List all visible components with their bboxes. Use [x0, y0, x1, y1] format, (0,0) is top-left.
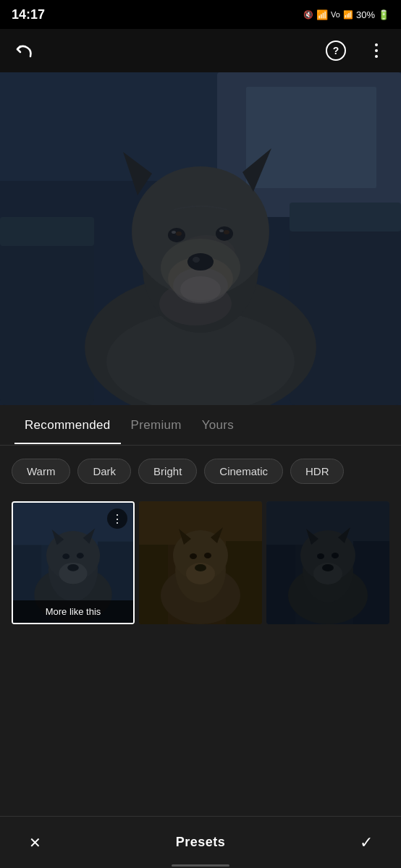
- main-photo: [0, 72, 401, 405]
- status-bar: 14:17 🔇 📶 Vo 📶 30% 🔋: [0, 0, 401, 29]
- bottom-panel: Recommended Premium Yours Warm Dark Brig…: [0, 405, 401, 868]
- chip-hdr[interactable]: HDR: [290, 459, 345, 484]
- help-icon: ?: [326, 41, 346, 61]
- preset-item-1[interactable]: ⋮ More like this: [12, 501, 135, 624]
- tab-premium[interactable]: Premium: [121, 407, 192, 444]
- tab-recommended[interactable]: Recommended: [14, 407, 121, 444]
- svg-rect-26: [0, 72, 401, 405]
- presets-grid: ⋮ More like this: [0, 497, 401, 629]
- tab-yours[interactable]: Yours: [192, 407, 244, 444]
- svg-rect-50: [139, 501, 262, 624]
- status-time: 14:17: [12, 7, 45, 22]
- scroll-indicator: [172, 864, 229, 867]
- more-like-this-label: More like this: [13, 600, 133, 623]
- top-toolbar: ?: [0, 29, 401, 72]
- battery-icon: 🔋: [378, 9, 389, 20]
- tabs-row: Recommended Premium Yours: [0, 405, 401, 446]
- chip-warm[interactable]: Warm: [12, 459, 70, 484]
- signal-bars-icon: 📶: [343, 10, 353, 20]
- cancel-button[interactable]: ✕: [20, 828, 49, 857]
- bottom-bar: ✕ Presets ✓: [0, 816, 401, 868]
- confirm-button[interactable]: ✓: [352, 828, 381, 857]
- status-icons: 🔇 📶 Vo 📶 30% 🔋: [303, 9, 389, 20]
- filter-chips: Warm Dark Bright Cinematic HDR: [0, 446, 401, 497]
- chip-dark[interactable]: Dark: [77, 459, 131, 484]
- chip-cinematic[interactable]: Cinematic: [204, 459, 283, 484]
- undo-button[interactable]: [12, 38, 38, 64]
- preset-item-2[interactable]: [139, 501, 262, 624]
- more-options-icon: [375, 43, 378, 58]
- help-button[interactable]: ?: [323, 38, 349, 64]
- preset-more-button[interactable]: ⋮: [107, 509, 127, 529]
- battery-text: 30%: [356, 9, 375, 20]
- more-options-button[interactable]: [363, 38, 389, 64]
- chip-bright[interactable]: Bright: [138, 459, 197, 484]
- wifi-icon: 📶: [316, 9, 328, 20]
- preset-item-3[interactable]: [266, 501, 389, 624]
- bottom-bar-title: Presets: [176, 835, 226, 850]
- signal-icon: Vo: [331, 10, 340, 19]
- mute-icon: 🔇: [303, 10, 313, 20]
- svg-rect-62: [266, 501, 389, 624]
